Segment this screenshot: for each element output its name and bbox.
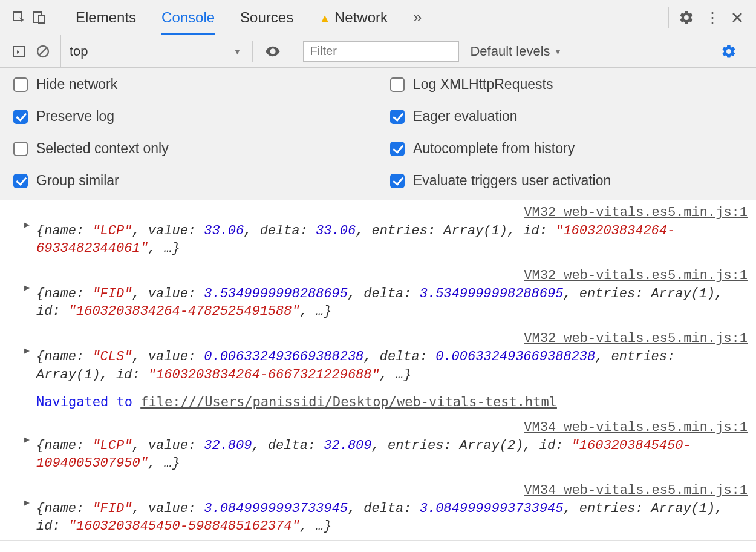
checkbox-icon <box>13 77 28 92</box>
log-body: {name: "FID", value: 3.5349999998288695,… <box>36 285 748 321</box>
divider <box>57 7 57 28</box>
opt-hide-network[interactable]: Hide network <box>13 76 366 93</box>
expand-icon[interactable]: ▶ <box>24 220 30 232</box>
opt-group-similar[interactable]: Group similar <box>13 172 366 189</box>
opt-label: Preserve log <box>36 108 114 125</box>
expand-icon[interactable]: ▶ <box>24 283 30 295</box>
opt-label: Eager evaluation <box>413 108 518 125</box>
warning-icon: ▲ <box>319 12 331 25</box>
checkbox-checked-icon <box>390 142 405 156</box>
tabs: Elements Console Sources ▲Network » <box>76 0 422 35</box>
checkbox-checked-icon <box>390 110 405 124</box>
opt-autocomplete[interactable]: Autocomplete from history <box>390 140 743 157</box>
checkbox-icon <box>390 77 405 92</box>
device-toggle-icon[interactable] <box>29 7 50 28</box>
log-row[interactable]: VM34 web-vitals.es5.min.js:1 ▶ {name: "F… <box>0 478 756 541</box>
console-options: Hide network Log XMLHttpRequests Preserv… <box>0 68 756 200</box>
live-expression-icon[interactable] <box>262 41 283 62</box>
expand-icon[interactable]: ▶ <box>24 435 30 447</box>
tab-network-label: Network <box>334 9 388 25</box>
close-icon[interactable] <box>727 7 748 28</box>
opt-label: Autocomplete from history <box>413 140 575 157</box>
tab-console[interactable]: Console <box>161 1 215 34</box>
log-source[interactable]: VM32 web-vitals.es5.min.js:1 <box>36 329 748 348</box>
opt-eager-eval[interactable]: Eager evaluation <box>390 108 743 125</box>
log-body: {name: "FID", value: 3.0849999993733945,… <box>36 500 748 536</box>
opt-label: Hide network <box>36 76 117 93</box>
opt-label: Group similar <box>36 172 119 189</box>
inspect-icon[interactable] <box>8 7 29 28</box>
log-body: {name: "CLS", value: 0.00633249366938823… <box>36 348 748 384</box>
clear-console-icon[interactable] <box>33 41 53 62</box>
nav-url[interactable]: file:///Users/panissidi/Desktop/web-vita… <box>140 394 557 409</box>
opt-eval-triggers[interactable]: Evaluate triggers user activation <box>390 172 743 189</box>
log-row[interactable]: VM32 web-vitals.es5.min.js:1 ▶ {name: "L… <box>0 200 756 263</box>
log-levels-label: Default levels <box>470 44 550 59</box>
tab-sources[interactable]: Sources <box>240 1 293 34</box>
tabs-overflow[interactable]: » <box>413 0 422 35</box>
log-row[interactable]: VM32 web-vitals.es5.min.js:1 ▶ {name: "F… <box>0 263 756 326</box>
console-settings-icon[interactable] <box>719 41 739 62</box>
checkbox-checked-icon <box>13 110 28 124</box>
log-source[interactable]: VM32 web-vitals.es5.min.js:1 <box>36 203 748 222</box>
context-select[interactable]: top <box>70 44 88 59</box>
nav-label: Navigated to <box>36 394 140 409</box>
svg-rect-5 <box>13 47 24 56</box>
console-toolbar: top ▼ Default levels ▼ <box>0 35 756 68</box>
opt-preserve-log[interactable]: Preserve log <box>13 108 366 125</box>
opt-label: Selected context only <box>36 140 169 157</box>
log-body: {name: "LCP", value: 33.06, delta: 33.06… <box>36 222 748 258</box>
nav-row: Navigated to file:///Users/panissidi/Des… <box>0 389 756 415</box>
opt-log-xhr[interactable]: Log XMLHttpRequests <box>390 76 743 93</box>
expand-icon[interactable]: ▶ <box>24 346 30 358</box>
checkbox-checked-icon <box>390 174 405 188</box>
log-source[interactable]: VM32 web-vitals.es5.min.js:1 <box>36 266 748 285</box>
opt-label: Log XMLHttpRequests <box>413 76 553 93</box>
svg-line-7 <box>39 48 47 55</box>
svg-rect-2 <box>39 15 44 23</box>
log-row[interactable]: VM34 web-vitals.es5.min.js:1 ▶ {name: "L… <box>0 415 756 478</box>
log-source[interactable]: VM34 web-vitals.es5.min.js:1 <box>36 418 748 437</box>
devtools-topbar: Elements Console Sources ▲Network » ⋮ <box>0 0 756 35</box>
log-body: {name: "LCP", value: 32.809, delta: 32.8… <box>36 437 748 473</box>
log-source[interactable]: VM34 web-vitals.es5.min.js:1 <box>36 481 748 500</box>
chevron-down-icon: ▼ <box>233 47 242 56</box>
settings-icon[interactable] <box>676 7 697 28</box>
chevron-down-icon: ▼ <box>554 47 562 56</box>
checkbox-checked-icon <box>13 174 28 188</box>
opt-selected-ctx[interactable]: Selected context only <box>13 140 366 157</box>
log-row[interactable]: VM32 web-vitals.es5.min.js:1 ▶ {name: "C… <box>0 326 756 389</box>
tab-network[interactable]: ▲Network <box>319 1 388 34</box>
kebab-menu-icon[interactable]: ⋮ <box>702 7 722 28</box>
checkbox-icon <box>13 142 28 156</box>
log-levels-select[interactable]: Default levels ▼ <box>470 44 562 59</box>
console-output: VM32 web-vitals.es5.min.js:1 ▶ {name: "L… <box>0 200 756 541</box>
sidebar-toggle-icon[interactable] <box>8 41 29 62</box>
tab-elements[interactable]: Elements <box>76 1 136 34</box>
filter-input[interactable] <box>303 41 459 62</box>
divider <box>668 7 669 28</box>
expand-icon[interactable]: ▶ <box>24 498 30 510</box>
opt-label: Evaluate triggers user activation <box>413 172 611 189</box>
